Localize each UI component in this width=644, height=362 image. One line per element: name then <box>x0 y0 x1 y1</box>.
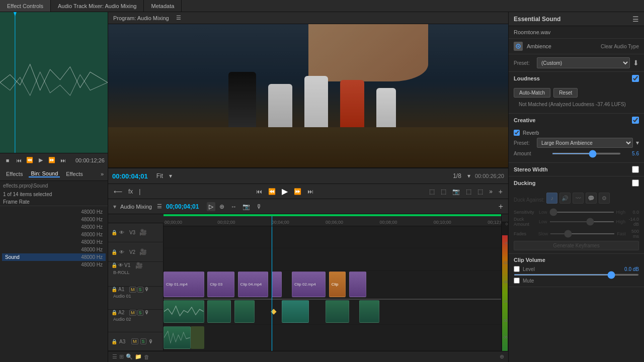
list-item[interactable]: 48000 Hz <box>2 246 106 253</box>
loudness-checkbox[interactable] <box>632 75 639 82</box>
creative-checkbox[interactable] <box>632 117 639 124</box>
top-bar-audio-mixer[interactable]: Audio Track Mixer: Audio Mixing <box>51 0 144 12</box>
clip-last[interactable] <box>349 272 366 297</box>
pb-fx[interactable]: fx <box>127 188 134 195</box>
pb-step-back[interactable]: ⏮ <box>255 188 264 195</box>
tl-bottom-btn2[interactable]: ⊞ <box>119 353 124 360</box>
tl-mic[interactable]: 🎙 <box>254 202 264 211</box>
a1-clip-1[interactable] <box>164 300 204 323</box>
amount-slider[interactable] <box>552 153 621 154</box>
pb-settings[interactable]: ⬚ <box>476 188 485 195</box>
pb-out[interactable]: ⬚ <box>439 188 448 195</box>
creative-header[interactable]: Creative <box>509 114 644 127</box>
duck-music-icon[interactable]: ♪ <box>546 193 557 204</box>
v2-lock[interactable]: 🔒 <box>111 249 117 255</box>
a1-content[interactable] <box>164 299 501 325</box>
v3-lock[interactable]: 🔒 <box>111 230 117 235</box>
tl-bottom-btn3[interactable]: 🔍 <box>126 353 133 360</box>
list-item[interactable]: 48000 Hz <box>2 231 106 238</box>
top-bar-effect-controls[interactable]: Effect Controls <box>0 0 51 12</box>
v3-video-icon[interactable]: 🎥 <box>139 229 147 236</box>
ducking-checkbox[interactable] <box>632 179 639 187</box>
ducking-header[interactable]: Ducking <box>509 176 644 190</box>
a2-lock[interactable]: 🔒 <box>111 310 117 315</box>
reset-btn[interactable]: Reset <box>553 88 578 98</box>
list-item[interactable]: 48000 Hz <box>2 238 106 246</box>
tl-select[interactable]: ▷ <box>207 202 215 211</box>
clip-01[interactable]: Clip 01.mp4 <box>164 272 204 297</box>
top-bar-metadata[interactable]: Metadata <box>144 0 182 12</box>
ratio-dropdown[interactable]: ▾ <box>466 172 472 179</box>
list-item[interactable]: 48000 Hz <box>2 261 106 268</box>
play-btn[interactable]: ▶ <box>36 156 45 165</box>
pb-more[interactable]: » <box>488 188 494 195</box>
duck-sfx-icon[interactable]: 🔊 <box>559 193 571 204</box>
pb-back[interactable]: ⏪ <box>267 188 277 195</box>
tab-effects[interactable]: Effects <box>4 171 25 177</box>
reverb-preset-select[interactable]: Large Room Ambience <box>537 138 633 148</box>
tl-add[interactable]: + <box>499 202 503 211</box>
pb-step-fwd[interactable]: ⏭ <box>306 188 315 195</box>
tab-effects2[interactable]: Effects <box>64 171 85 177</box>
a1-mic[interactable]: 🎙 <box>144 287 149 292</box>
es-menu-btn[interactable]: ☰ <box>632 15 639 23</box>
step-back-btn[interactable]: ⏪ <box>25 156 34 165</box>
clip-03[interactable]: Clip 03 <box>207 272 234 297</box>
pb-add[interactable]: + <box>497 188 504 196</box>
tab-bin-sound[interactable]: Bin: Sound <box>29 170 60 177</box>
es-clear-btn[interactable]: Clear Audio Type <box>601 44 639 49</box>
fit-dropdown[interactable]: ▾ <box>168 172 174 179</box>
a1-clip-6[interactable] <box>359 300 379 323</box>
a1-clip-5[interactable] <box>326 300 349 323</box>
tl-collapse[interactable]: ▾ <box>113 203 116 210</box>
clip-orange[interactable]: Clip <box>329 272 346 297</box>
a2-solo[interactable]: S <box>137 310 143 316</box>
rewind-btn[interactable]: ⏮ <box>14 156 23 165</box>
tl-bottom-btn5[interactable]: 🗑 <box>144 354 149 360</box>
a3-mute[interactable]: M <box>131 338 138 344</box>
program-monitor-menu[interactable]: ☰ <box>176 15 181 21</box>
a2-clip-1[interactable] <box>164 326 191 349</box>
timeline-ruler[interactable]: 00;00;00 00;02;00 00;04;00 00;06;00 00;0… <box>164 216 501 226</box>
a1-clip-4[interactable] <box>282 300 309 323</box>
pb-marker[interactable]: | <box>137 188 142 195</box>
a1-clip-3[interactable] <box>234 300 255 323</box>
a2-mic[interactable]: 🎙 <box>144 310 149 315</box>
es-preset-select[interactable]: (Custom) <box>537 57 630 68</box>
tl-bottom-btn4[interactable]: 📁 <box>135 353 142 360</box>
list-item[interactable]: 48000 Hz <box>2 223 106 231</box>
a1-mute[interactable]: M <box>129 287 136 293</box>
duck-custom-icon[interactable]: ⚙ <box>599 193 610 204</box>
a2-mute[interactable]: M <box>129 310 136 316</box>
pb-jog-left[interactable]: ⟵ <box>112 188 124 195</box>
reverb-preset-arrow[interactable]: ▾ <box>636 139 639 146</box>
stereo-width-checkbox[interactable] <box>632 166 639 173</box>
fit-select[interactable]: Fit <box>155 172 165 179</box>
clip-05[interactable] <box>272 272 282 297</box>
es-preset-download[interactable]: ⬇ <box>633 59 639 67</box>
stop-btn[interactable]: ■ <box>3 156 12 165</box>
v2-video-icon[interactable]: 🎥 <box>139 248 147 255</box>
duck-amount-slider[interactable] <box>549 221 614 222</box>
tl-bottom-end[interactable]: ⊕ <box>500 353 504 360</box>
a1-clip-2[interactable] <box>207 300 231 323</box>
v1-video-icon[interactable]: 🎥 <box>135 262 143 269</box>
end-btn[interactable]: ⏭ <box>58 156 67 165</box>
bins-content[interactable]: 48000 Hz 48000 Hz 48000 Hz 48000 Hz 4800… <box>0 206 108 362</box>
duck-ambient-icon[interactable]: 〰 <box>573 193 584 204</box>
pb-export[interactable]: ⬚ <box>464 188 473 195</box>
tl-ripple[interactable]: ↔ <box>228 202 238 211</box>
list-item-selected[interactable]: Sound 48000 Hz <box>2 253 106 261</box>
a3-solo[interactable]: S <box>140 338 146 344</box>
v1-content[interactable]: Clip 01.mp4 Clip 03 Clip 04.mp4 Clip 02.… <box>164 270 501 299</box>
pb-fwd[interactable]: ⏩ <box>292 188 303 195</box>
clip-04[interactable]: Clip 04.mp4 <box>238 272 268 297</box>
tl-bottom-btn1[interactable]: ☰ <box>112 353 117 360</box>
stereo-width-header[interactable]: Stereo Width <box>509 163 644 176</box>
bins-expand-btn[interactable]: » <box>101 171 104 177</box>
list-item[interactable]: 48000 Hz <box>2 216 106 223</box>
reverb-checkbox[interactable] <box>514 130 520 136</box>
step-fwd-btn[interactable]: ⏩ <box>47 156 56 165</box>
duck-dialog-icon[interactable]: 💬 <box>586 193 597 204</box>
cv-level-slider[interactable] <box>514 274 639 276</box>
